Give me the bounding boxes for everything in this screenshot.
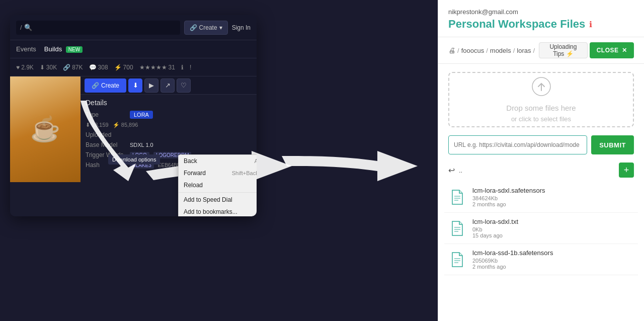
create-bar: 🔗 Create ⬇ ▶ ↗ ♡ xyxy=(80,76,257,95)
browser-tabs: Events Builds NEW xyxy=(10,40,257,58)
signin-button[interactable]: Sign In xyxy=(232,21,251,35)
tab-builds[interactable]: Builds NEW xyxy=(44,45,83,53)
breadcrumb-fooocus[interactable]: fooocus xyxy=(461,47,485,54)
link-icon-2: 🔗 xyxy=(92,82,99,89)
breadcrumb-home-icon[interactable]: 🖨 xyxy=(448,46,455,54)
heart-icon-btn[interactable]: ♡ xyxy=(177,78,191,93)
breadcrumb-loras[interactable]: loras xyxy=(517,47,531,54)
stats-row: ⬇ 18,159 ⚡ 85,896 xyxy=(86,122,252,128)
context-menu-item-speeddial[interactable]: Add to Speed Dial xyxy=(179,194,257,206)
tab-events[interactable]: Events xyxy=(16,45,36,53)
breadcrumb-models[interactable]: models xyxy=(490,47,511,54)
file-icon xyxy=(448,188,466,206)
list-item[interactable]: lcm-lora-sdxl.txt 0Kb 15 days ago xyxy=(444,213,638,244)
create-button[interactable]: 🔗 Create ▾ xyxy=(184,21,228,35)
model-image-inner: ☕ xyxy=(10,76,80,182)
links-stat: 🔗87K xyxy=(63,64,83,71)
browser-toolbar: / 🔍 🔗 Create ▾ Sign In xyxy=(10,15,257,40)
page-title: Personal Workspace Files xyxy=(448,18,585,31)
type-row: Type LORA xyxy=(86,111,252,119)
context-menu: Back Alt+Left Forward Shift+Backspace Re… xyxy=(178,154,257,216)
file-name: lcm-lora-sdxl.txt xyxy=(472,218,634,225)
type-label: Type xyxy=(86,111,126,118)
energy-stat: ⚡700 xyxy=(114,64,133,71)
file-meta: 0Kb 15 days ago xyxy=(472,226,634,238)
breadcrumb-sep-2: / xyxy=(486,47,488,54)
upload-icon xyxy=(531,76,551,101)
title-row: Personal Workspace Files ℹ xyxy=(448,18,634,31)
file-info: lcm-lora-ssd-1b.safetensors 205069Kb 2 m… xyxy=(472,249,634,270)
context-menu-item-back[interactable]: Back Alt+Left xyxy=(179,155,257,167)
url-input[interactable] xyxy=(448,135,587,154)
breadcrumb-sep-3: / xyxy=(513,47,515,54)
share-icon-btn[interactable]: ↗ xyxy=(160,78,175,93)
link-icon: 🔗 xyxy=(190,24,197,31)
drop-sub-text: or click to select files xyxy=(511,115,571,123)
browser-window: / 🔍 🔗 Create ▾ Sign In Events Builds NEW… xyxy=(10,15,257,216)
context-separator-1 xyxy=(179,192,257,193)
list-item[interactable]: lcm-lora-sdxl.safetensors 384624Kb 2 mon… xyxy=(444,182,638,213)
info-icon[interactable]: ℹ xyxy=(589,20,592,29)
lora-badge: LORA xyxy=(130,111,153,119)
new-folder-button[interactable]: + xyxy=(619,163,634,178)
file-name: lcm-lora-sdxl.safetensors xyxy=(472,187,634,194)
list-item[interactable]: lcm-lora-ssd-1b.safetensors 205069Kb 2 m… xyxy=(444,244,638,275)
submit-button[interactable]: SUBMIT xyxy=(591,135,634,154)
basemodel-row: Base Model SDXL 1.0 xyxy=(86,141,252,148)
breadcrumb-sep-1: / xyxy=(457,47,459,54)
browser-stats-bar: ♥2.9K ⬇30K 🔗87K 💬308 ⚡700 ★★★★★31 ℹ ! xyxy=(10,58,257,76)
likes-stat: ♥2.9K xyxy=(16,64,34,71)
play-icon-btn[interactable]: ▶ xyxy=(144,78,158,93)
breadcrumb-sep-4: / xyxy=(533,47,535,54)
uploading-tips-button[interactable]: Uploading Tips ⚡ xyxy=(539,42,588,58)
uploaded-row: Uploaded xyxy=(86,131,252,138)
context-menu-item-reload[interactable]: Reload F5 xyxy=(179,179,257,191)
model-create-button[interactable]: 🔗 Create xyxy=(85,78,126,93)
back-button[interactable]: ↩ xyxy=(448,166,455,175)
downloads-stat: ⬇30K xyxy=(40,64,57,71)
file-list: lcm-lora-sdxl.safetensors 384624Kb 2 mon… xyxy=(438,182,644,321)
comments-stat: 💬308 xyxy=(89,64,108,71)
drop-main-text: Drop some files here xyxy=(506,104,576,112)
right-panel: nikprestonk@gmail.com Personal Workspace… xyxy=(438,0,644,321)
url-input-row: SUBMIT xyxy=(438,135,644,160)
close-button[interactable]: CLOSE ✕ xyxy=(590,42,634,58)
context-menu-item-forward[interactable]: Forward Shift+Backspace xyxy=(179,167,257,179)
builds-badge: NEW xyxy=(66,46,83,53)
alert-btn[interactable]: ! xyxy=(190,64,191,71)
left-panel: / 🔍 🔗 Create ▾ Sign In Events Builds NEW… xyxy=(0,0,438,321)
close-icon: ✕ xyxy=(622,47,627,54)
file-icon xyxy=(448,251,466,269)
download-icon-btn[interactable]: ⬇ xyxy=(128,78,142,93)
file-name: lcm-lora-ssd-1b.safetensors xyxy=(472,249,634,257)
chevron-down-icon: ▾ xyxy=(219,24,222,31)
search-icon: 🔍 xyxy=(24,24,32,31)
url-slash: / xyxy=(20,24,22,31)
file-info: lcm-lora-sdxl.safetensors 384624Kb 2 mon… xyxy=(472,187,634,207)
file-info: lcm-lora-sdxl.txt 0Kb 15 days ago xyxy=(472,218,634,238)
drop-zone[interactable]: Drop some files here or click to select … xyxy=(448,72,634,127)
uploaded-label: Uploaded xyxy=(86,131,126,138)
model-image: ☕ xyxy=(10,76,80,182)
browser-url-bar[interactable]: / 🔍 xyxy=(16,21,180,35)
file-toolbar: ↩ .. + xyxy=(438,160,644,182)
info-btn[interactable]: ℹ xyxy=(181,64,184,71)
file-icon xyxy=(448,219,466,237)
browser-content: ☕ 🔗 Create ⬇ ▶ ↗ ♡ Details xyxy=(10,76,257,216)
basemodel-label: Base Model xyxy=(86,141,126,148)
basemodel-value: SDXL 1.0 xyxy=(130,142,153,148)
file-meta: 205069Kb 2 months ago xyxy=(472,258,634,270)
download-options-tooltip: Download options xyxy=(108,154,160,165)
context-menu-item-bookmark[interactable]: Add to bookmarks... xyxy=(179,206,257,216)
breadcrumb: 🖨 / fooocus / models / loras / Uploading… xyxy=(438,37,644,64)
right-header: nikprestonk@gmail.com Personal Workspace… xyxy=(438,0,644,37)
close-label: CLOSE xyxy=(597,47,619,54)
user-email: nikprestonk@gmail.com xyxy=(448,8,634,16)
file-meta: 384624Kb 2 months ago xyxy=(472,195,634,207)
details-header: Details xyxy=(86,99,252,107)
rating-stat: ★★★★★31 xyxy=(139,64,175,71)
file-path: .. xyxy=(459,167,615,174)
